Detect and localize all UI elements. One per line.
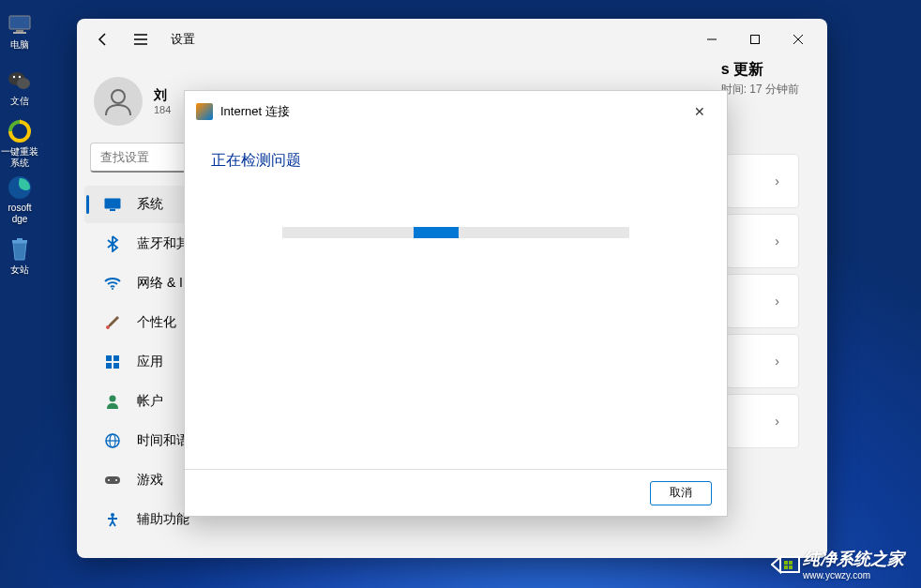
svg-rect-2 [13,32,26,34]
menu-button[interactable] [122,24,159,54]
svg-rect-36 [789,561,793,565]
settings-card[interactable]: › [726,214,799,268]
settings-card[interactable]: › [726,274,799,328]
settings-card[interactable]: › [726,334,799,388]
svg-rect-26 [113,363,119,369]
svg-rect-38 [789,565,793,569]
svg-rect-10 [17,238,23,240]
desktop-icon-label: 电脑 [10,39,29,51]
svg-rect-20 [110,209,115,211]
svg-rect-19 [105,199,121,209]
titlebar: 设置 [77,19,827,60]
svg-point-33 [115,479,117,481]
chevron-right-icon: › [775,234,779,249]
maximize-button[interactable] [733,24,777,54]
watermark-icon [771,552,795,577]
nav-label: 蓝牙和其 [137,235,189,252]
recycle-bin-icon [7,236,33,263]
svg-rect-23 [106,355,112,361]
window-title: 设置 [171,31,195,48]
chevron-right-icon: › [775,354,779,369]
dialog-close-button[interactable]: ✕ [684,98,716,125]
dialog-footer: 取消 [185,469,727,516]
troubleshooter-icon [196,103,213,120]
user-sub: 184 [154,104,171,115]
svg-rect-9 [12,240,27,243]
cancel-button[interactable]: 取消 [650,481,712,505]
avatar [94,77,143,126]
svg-rect-31 [105,476,120,484]
desktop-icon-label: 文信 [10,96,29,107]
svg-rect-35 [784,561,788,565]
close-button[interactable] [777,24,820,54]
svg-rect-15 [751,36,760,44]
user-name: 刘 [154,87,171,104]
back-button[interactable] [84,24,122,54]
nav-label: 时间和语 [137,432,189,449]
update-subtitle: 时间: 17 分钟前 [721,82,799,98]
nav-label: 系统 [137,196,163,213]
chevron-right-icon: › [775,173,779,188]
nav-label: 辅助功能 [137,511,189,528]
apps-icon [103,353,122,371]
desktop-icon-edge[interactable]: rosoft dge [0,173,39,226]
nav-label: 个性化 [137,314,176,331]
troubleshooter-dialog: Internet 连接 ✕ 正在检测问题 取消 [184,90,728,517]
svg-rect-24 [113,355,119,361]
svg-point-6 [19,76,21,78]
desktop-icon-label: rosoft dge [0,203,39,225]
dialog-body: 正在检测问题 [185,132,727,257]
svg-point-22 [106,325,110,329]
svg-point-4 [17,78,30,89]
update-title: s 更新 [721,60,799,80]
svg-point-5 [13,76,15,78]
desktop-icon-label: 一键重装系统 [0,146,39,169]
settings-card[interactable]: › [726,394,799,448]
chevron-right-icon: › [775,414,779,429]
svg-point-18 [112,90,125,103]
gaming-icon [103,471,122,490]
accessibility-icon [103,510,122,529]
bluetooth-icon [103,234,122,253]
svg-point-32 [108,479,110,481]
watermark: 纯净系统之家 www.ycwzy.com [771,548,904,580]
dialog-heading: 正在检测问题 [211,151,701,171]
globe-icon [103,431,122,450]
nav-label: 帐户 [137,393,163,410]
desktop-icon-wechat[interactable]: 文信 [0,61,39,113]
windows-update-section: s 更新 时间: 17 分钟前 [721,60,799,98]
dialog-header: Internet 连接 ✕ [185,91,727,132]
brush-icon [103,313,122,332]
desktop-icon-computer[interactable]: 电脑 [0,5,39,57]
svg-point-21 [112,288,113,290]
watermark-text: 纯净系统之家 [803,550,904,568]
minimize-button[interactable] [690,24,733,54]
wifi-icon [103,274,122,293]
svg-rect-25 [106,363,112,369]
chevron-right-icon: › [775,294,779,309]
desktop-icon-reinstall[interactable]: 一键重装系统 [0,117,39,170]
window-controls [690,24,820,54]
svg-point-34 [111,513,114,517]
desktop-icon-label: 女站 [10,264,29,276]
edge-icon [7,174,33,201]
desktop-icon-recycle[interactable]: 女站 [0,230,39,282]
system-icon [103,195,122,214]
svg-rect-0 [9,16,30,29]
wechat-icon [7,68,33,94]
desktop-icons-column: 电脑 文信 一键重装系统 rosoft dge 女站 [0,0,45,286]
watermark-url: www.ycwzy.com [803,570,904,580]
svg-point-27 [110,396,116,402]
reinstall-icon [7,118,33,144]
settings-card[interactable]: › [726,154,799,208]
svg-rect-1 [16,30,23,32]
nav-label: 应用 [137,354,163,370]
person-icon [103,392,122,411]
nav-label: 游戏 [137,472,163,489]
progress-fill [414,227,459,238]
svg-rect-37 [784,565,788,569]
dialog-title: Internet 连接 [220,103,290,120]
progress-bar [282,227,629,238]
computer-icon [7,11,33,38]
nav-label: 网络 & In [137,275,190,292]
